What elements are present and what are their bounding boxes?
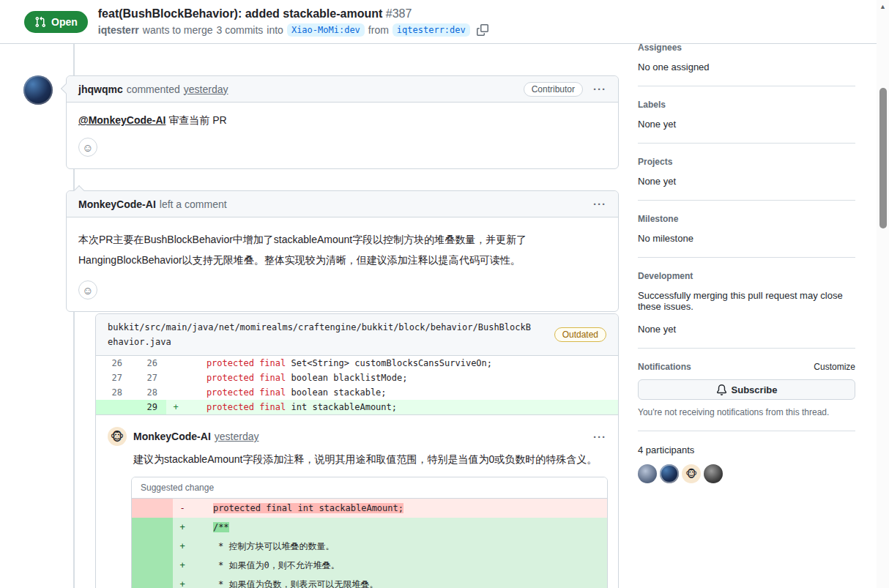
line-number-old[interactable]: 27 [96, 371, 131, 385]
suggestion-deleted-line: - protected final int stackableAmount; [132, 499, 607, 518]
suggestion-gutter [132, 499, 173, 518]
section-title: Assignees [638, 42, 855, 53]
sidebar-section-development: Development Successfully merging this pu… [638, 258, 855, 349]
diff-sign-plus: + [173, 575, 192, 588]
outdated-badge: Outdated [554, 327, 606, 342]
scrollbar-track[interactable]: ▲ [877, 0, 889, 588]
avatar[interactable] [660, 464, 679, 483]
diff-sign-plus: + [173, 556, 192, 575]
commit-count[interactable]: 3 commits [217, 24, 264, 36]
inline-comment-timestamp[interactable]: yesterday [215, 431, 259, 442]
comment-author[interactable]: jhqwqmc [78, 83, 123, 95]
code-keyword: protected final [185, 387, 286, 398]
suggestion-gutter [132, 556, 173, 575]
review-author[interactable]: MonkeyCode-AI [78, 198, 156, 210]
pr-title-text: feat(BushBlockBehavior): added stackable… [98, 7, 383, 20]
diff-sign-minus: - [173, 499, 192, 518]
copy-branch-icon[interactable] [477, 24, 488, 36]
section-title: Notifications [638, 362, 691, 372]
suggested-change-block: Suggested change - protected final int s… [131, 477, 608, 588]
mention-link[interactable]: @MonkeyCode-AI [78, 114, 165, 126]
code-text: * 如果值为负数，则表示可以无限堆叠。 [192, 579, 379, 588]
line-number-old[interactable]: 26 [96, 356, 131, 371]
comment-caret [61, 83, 71, 94]
avatar[interactable] [704, 464, 723, 483]
code-keyword: protected final [185, 373, 286, 383]
suggestion-gutter [132, 537, 173, 556]
diff-file-header: bukkit/src/main/java/net/momirealms/craf… [96, 314, 618, 356]
diff-sign-plus: + [173, 518, 192, 537]
diff-sign-plus: + [173, 537, 192, 556]
line-number-new[interactable]: 26 [131, 356, 166, 371]
head-branch-chip[interactable]: iqtesterr:dev [393, 23, 470, 37]
file-path-link[interactable]: bukkit/src/main/java/net/momirealms/craf… [108, 320, 536, 349]
smiley-icon: ☺ [82, 141, 93, 154]
diff-line: 2626 protected final Set<String> customB… [96, 356, 618, 371]
line-number-new[interactable]: 28 [131, 385, 166, 400]
diff-line: 2828 protected final boolean stackable; [96, 385, 618, 400]
diff-table: 2626 protected final Set<String> customB… [96, 356, 618, 414]
comment-timestamp[interactable]: yesterday [184, 83, 228, 95]
comment-action: commented [127, 83, 180, 95]
suggestion-gutter [132, 518, 173, 537]
suggestion-gutter [132, 575, 173, 588]
merge-text: wants to merge [143, 24, 213, 36]
avatar[interactable]: 🐵 [682, 464, 701, 483]
code-text [192, 522, 213, 532]
add-reaction-button[interactable]: ☺ [78, 138, 97, 157]
section-title: Development [638, 271, 855, 281]
diff-line-added: 29+ protected final int stackableAmount; [96, 400, 618, 414]
line-number-new[interactable]: 29 [131, 400, 166, 414]
code-keyword: protected final [185, 358, 286, 368]
section-title: Labels [638, 100, 855, 110]
comment-text: @MonkeyCode-AI 审查当前 PR [78, 114, 606, 127]
kebab-menu-icon[interactable]: ··· [593, 431, 606, 442]
code-text [192, 503, 213, 513]
pr-status-label: Open [51, 16, 78, 28]
line-number-old[interactable]: 28 [96, 385, 131, 400]
pr-author[interactable]: iqtesterr [98, 24, 139, 36]
avatar[interactable] [23, 75, 53, 105]
section-value: Successfully merging this pull request m… [638, 290, 855, 312]
participants-avatars: 🐵 [638, 464, 855, 483]
scrollbar-thumb[interactable] [879, 88, 887, 228]
code-highlight: /** [213, 522, 229, 532]
pr-status-badge: Open [24, 11, 88, 33]
review-card: MonkeyCode-AI left a comment ··· 本次PR主要在… [66, 190, 619, 312]
git-pull-request-icon [34, 16, 46, 28]
section-value: No milestone [638, 233, 855, 244]
sidebar-section-projects: Projects None yet [638, 144, 855, 201]
line-number-old[interactable] [96, 400, 131, 414]
base-branch-chip[interactable]: Xiao-MoMi:dev [287, 23, 365, 37]
sidebar: Assignees No one assigned Labels None ye… [638, 37, 855, 496]
inline-comment-author[interactable]: MonkeyCode-AI [133, 431, 211, 442]
smiley-icon: ☺ [82, 284, 93, 297]
pr-header: Open feat(BushBlockBehavior): added stac… [0, 0, 889, 44]
suggested-change-title: Suggested change [132, 477, 607, 499]
review-caret [74, 185, 84, 196]
customize-link[interactable]: Customize [814, 362, 855, 372]
suggestion-added-line: + /** [132, 518, 607, 537]
section-value: None yet [638, 324, 855, 335]
diff-sign-plus: + [166, 400, 185, 414]
add-reaction-button[interactable]: ☺ [78, 280, 97, 299]
code-keyword: protected final [185, 402, 286, 412]
section-title: Projects [638, 157, 855, 167]
into-label: into [267, 24, 283, 36]
code-text: * 如果值为0，则不允许堆叠。 [192, 560, 340, 570]
kebab-menu-icon[interactable]: ··· [593, 198, 606, 209]
monkey-icon: 🐵 [111, 430, 124, 444]
review-header: MonkeyCode-AI left a comment ··· [67, 191, 618, 217]
review-action: left a comment [160, 198, 227, 210]
sidebar-section-notifications: Notifications Customize Subscribe You're… [638, 349, 855, 431]
section-value: None yet [638, 119, 855, 130]
sidebar-section-assignees: Assignees No one assigned [638, 37, 855, 86]
kebab-menu-icon[interactable]: ··· [593, 83, 606, 94]
scroll-up-arrow[interactable]: ▲ [877, 3, 889, 10]
avatar[interactable]: 🐵 [108, 427, 127, 446]
diff-sign [166, 385, 185, 400]
line-number-new[interactable]: 27 [131, 371, 166, 385]
subscribe-button[interactable]: Subscribe [638, 379, 855, 400]
code-text: int stackableAmount; [286, 402, 397, 412]
avatar[interactable] [638, 464, 657, 483]
